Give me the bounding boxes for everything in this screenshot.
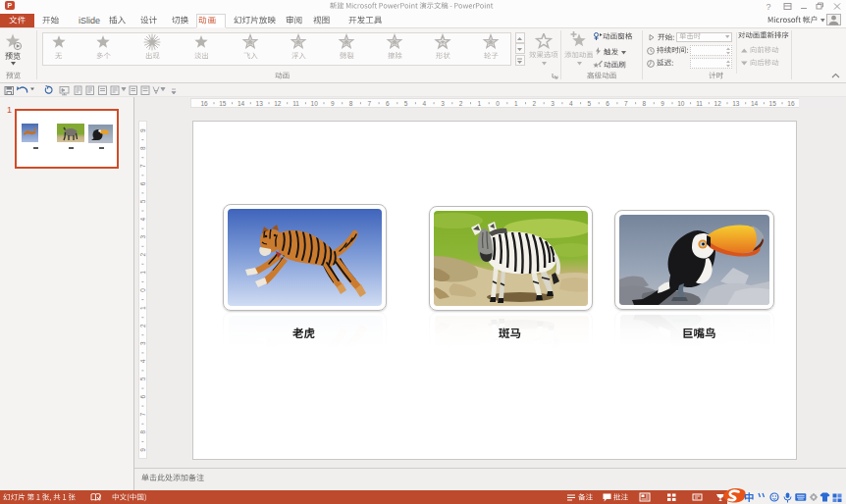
svg-text:5: 5 <box>588 100 592 107</box>
svg-text:6: 6 <box>139 181 146 185</box>
svg-text:1: 1 <box>477 100 481 107</box>
svg-text:4: 4 <box>569 100 573 107</box>
svg-text:?: ? <box>767 2 771 11</box>
svg-text:3: 3 <box>139 341 146 345</box>
svg-text:9: 9 <box>139 128 146 132</box>
svg-text:3: 3 <box>139 235 146 239</box>
svg-text:4: 4 <box>139 359 146 363</box>
svg-text:5: 5 <box>139 377 146 380</box>
svg-text:10: 10 <box>311 100 319 107</box>
svg-text:8: 8 <box>139 430 146 434</box>
svg-text:9: 9 <box>139 448 146 452</box>
svg-text:16: 16 <box>787 100 795 107</box>
svg-text:11: 11 <box>292 100 299 107</box>
svg-text:15: 15 <box>769 100 777 107</box>
svg-text:3: 3 <box>551 100 555 107</box>
svg-text:13: 13 <box>256 100 264 107</box>
svg-text:6: 6 <box>606 100 609 107</box>
svg-text:14: 14 <box>751 100 759 107</box>
svg-text:15: 15 <box>219 100 227 107</box>
svg-text:7: 7 <box>139 164 146 168</box>
svg-text:7: 7 <box>367 100 371 107</box>
svg-text:1: 1 <box>139 306 146 310</box>
svg-text:13: 13 <box>732 100 740 107</box>
svg-text:9: 9 <box>331 100 335 107</box>
svg-text:5: 5 <box>139 199 146 203</box>
svg-text:8: 8 <box>643 100 647 107</box>
svg-text:4: 4 <box>139 217 146 221</box>
svg-text:3: 3 <box>441 100 445 107</box>
svg-text:9: 9 <box>661 100 664 107</box>
svg-text:0: 0 <box>139 288 146 292</box>
svg-text:7: 7 <box>139 413 146 417</box>
svg-text:11: 11 <box>696 100 703 107</box>
svg-text:2: 2 <box>533 100 537 107</box>
svg-text:10: 10 <box>677 100 685 107</box>
svg-text:6: 6 <box>386 100 390 107</box>
svg-text:14: 14 <box>238 100 245 107</box>
svg-text:8: 8 <box>349 100 353 107</box>
svg-text:2: 2 <box>139 324 146 328</box>
svg-text:12: 12 <box>274 100 282 107</box>
svg-text:1: 1 <box>139 271 146 275</box>
svg-text:7: 7 <box>624 100 628 107</box>
svg-text:16: 16 <box>200 100 208 107</box>
svg-text:2: 2 <box>139 253 146 257</box>
svg-text:12: 12 <box>714 100 722 107</box>
svg-text:0: 0 <box>496 100 500 107</box>
svg-text:2: 2 <box>459 100 463 107</box>
svg-text:8: 8 <box>139 146 146 150</box>
svg-text:6: 6 <box>139 394 146 398</box>
svg-text:1: 1 <box>514 100 518 107</box>
svg-text:5: 5 <box>404 100 408 107</box>
svg-text:4: 4 <box>422 100 426 107</box>
